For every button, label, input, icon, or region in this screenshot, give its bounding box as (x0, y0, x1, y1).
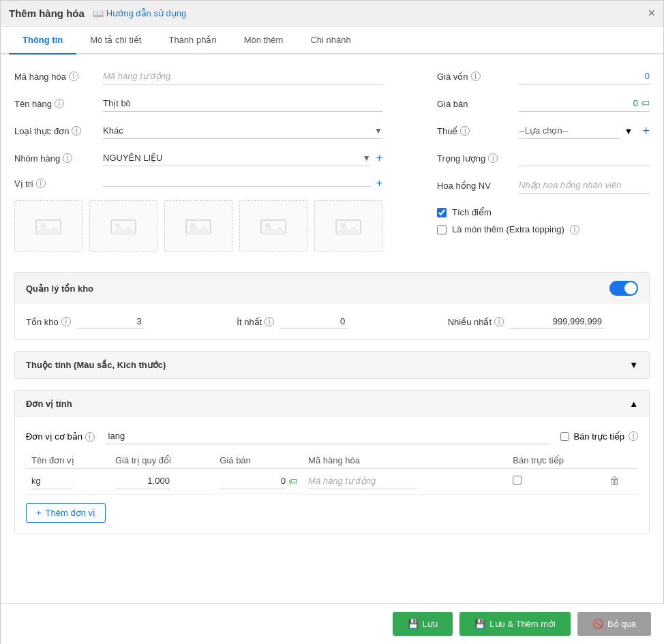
vi-tri-row: Vị trí i + (14, 177, 382, 189)
ten-hang-label: Tên hàng i (14, 99, 103, 109)
gia-ban-input[interactable] (519, 95, 638, 111)
nhom-hang-label: Nhóm hàng i (14, 153, 103, 164)
trong-luong-label: Trọng lượng i (437, 153, 519, 164)
ma-hang-hoa-cell (303, 469, 490, 495)
gia-tri-quy-doi-cell (110, 469, 214, 495)
gia-von-label: Giá vốn i (437, 72, 519, 82)
don-vi-tinh-header[interactable]: Đơn vị tính ▲ (15, 390, 649, 417)
vi-tri-select[interactable] (103, 181, 371, 187)
don-vi-tinh-section: Đơn vị tính ▲ Đơn vị cơ bản i Bán trực t… (14, 390, 650, 534)
la-mon-them-label: Là món thêm (Extra topping) (452, 224, 564, 234)
ma-hang-hoa-don-vi-input[interactable] (308, 473, 417, 489)
tab-thong-tin[interactable]: Thông tin (9, 27, 76, 55)
col-ban-truc-tiep: Bán trực tiếp (507, 453, 604, 469)
trong-luong-row: Trọng lượng i (437, 150, 650, 166)
nhom-hang-select[interactable]: NGUYÊN LIỆU ▼ (103, 150, 371, 166)
gia-ban-price-tag-icon[interactable]: 🏷 (288, 476, 297, 487)
ban-truc-tiep-co-ban-checkbox[interactable] (560, 432, 569, 441)
price-tag-icon[interactable]: 🏷 (641, 98, 650, 108)
nhieu-nhat-input[interactable] (509, 315, 605, 328)
ban-truc-tiep-row-checkbox[interactable] (513, 476, 522, 485)
ten-don-vi-input[interactable] (31, 473, 72, 489)
footer: 💾 Lưu 💾 Lưu & Thêm mới 🚫 Bỏ qua (1, 603, 664, 644)
thue-select-wrapper: --Lựa chọn-- ▼ + (519, 123, 650, 139)
quan-ly-ton-kho-body: Tồn kho i Ít nhất i Nh (15, 304, 649, 339)
loai-thuc-don-select[interactable]: Khác ▼ (103, 123, 382, 139)
la-mon-them-info-icon: i (570, 225, 579, 234)
ton-kho-input[interactable] (76, 315, 145, 328)
it-nhat-label: Ít nhất i (237, 317, 274, 327)
empty-cell (490, 469, 507, 495)
tab-mon-them[interactable]: Món thêm (230, 27, 297, 55)
col-empty (490, 453, 507, 469)
ton-kho-item: Tồn kho i (26, 315, 216, 328)
thue-select[interactable]: --Lựa chọn-- (519, 123, 620, 139)
ten-don-vi-cell (26, 469, 110, 495)
tonkho-grid: Tồn kho i Ít nhất i Nh (26, 315, 638, 328)
image-box-3[interactable] (164, 200, 232, 251)
it-nhat-input[interactable] (280, 315, 348, 328)
save-icon-luu: 💾 (408, 619, 419, 629)
vi-tri-add-button[interactable]: + (376, 177, 382, 189)
luu-them-moi-label: Lưu & Thêm mới (489, 619, 556, 629)
gia-ban-don-vi-input[interactable] (220, 473, 286, 489)
thue-chevron: ▼ (624, 126, 633, 136)
plus-icon: + (36, 508, 42, 518)
book-icon: 📖 (93, 8, 104, 18)
gia-ban-row: Giá bán 🏷 (437, 95, 650, 112)
ban-truc-tiep-co-ban-label: Bán trực tiếp (573, 431, 624, 442)
ton-kho-toggle[interactable] (609, 281, 638, 296)
luu-them-moi-button[interactable]: 💾 Lưu & Thêm mới (459, 612, 571, 636)
nhom-hang-add-button[interactable]: + (376, 152, 382, 164)
la-mon-them-row: Là món thêm (Extra topping) i (437, 224, 650, 234)
bo-qua-label: Bỏ qua (607, 619, 636, 629)
gia-von-row: Giá vốn i (437, 68, 650, 85)
image-box-1[interactable] (14, 200, 82, 251)
close-button[interactable]: × (648, 6, 655, 20)
nhieu-nhat-info-icon: i (494, 317, 504, 326)
image-box-2[interactable] (89, 200, 157, 251)
trong-luong-input[interactable] (519, 150, 650, 166)
it-nhat-item: Ít nhất i (237, 315, 427, 328)
hoa-hong-row: Hoa hồng NV (437, 177, 650, 194)
ma-hang-hoa-input[interactable] (103, 68, 382, 85)
them-don-vi-button[interactable]: + Thêm đơn vị (26, 503, 106, 523)
quan-ly-ton-kho-header[interactable]: Quản lý tồn kho (15, 273, 649, 304)
bo-qua-button[interactable]: 🚫 Bỏ qua (577, 612, 651, 636)
thuoc-tinh-chevron-down: ▼ (629, 360, 638, 370)
don-vi-table: Tên đơn vị Giá trị quy đổi Giá bán Mã hà… (26, 453, 638, 495)
gia-von-input[interactable] (519, 68, 650, 85)
help-link[interactable]: 📖 Hướng dẫn sử dụng (93, 8, 186, 18)
gia-tri-quy-doi-input[interactable] (115, 473, 170, 489)
image-box-4[interactable] (239, 200, 307, 251)
delete-cell: 🗑 (604, 469, 638, 495)
tab-mo-ta[interactable]: Mô tả chi tiết (76, 27, 155, 55)
don-vi-co-ban-input[interactable] (106, 428, 550, 444)
loai-thuc-don-chevron: ▼ (374, 126, 382, 136)
tab-chi-nhanh[interactable]: Chi nhánh (297, 27, 364, 55)
tab-thanh-phan[interactable]: Thành phần (155, 27, 230, 55)
thue-add-button[interactable]: + (642, 124, 650, 138)
thuoc-tinh-header[interactable]: Thuộc tính (Màu sắc, Kích thước) ▼ (15, 352, 649, 378)
vi-tri-label: Vị trí i (14, 179, 103, 189)
nhom-hang-row: Nhóm hàng i NGUYÊN LIỆU ▼ + (14, 150, 382, 166)
tabs: Thông tin Mô tả chi tiết Thành phần Món … (1, 27, 663, 55)
ten-hang-info-icon: i (55, 99, 64, 108)
luu-button[interactable]: 💾 Lưu (393, 612, 453, 636)
save-icon-luu-them: 💾 (474, 619, 485, 629)
tich-diem-checkbox[interactable] (437, 208, 447, 217)
delete-row-button[interactable]: 🗑 (609, 475, 620, 487)
ban-truc-tiep-co-ban: Bán trực tiếp i (560, 431, 638, 442)
gia-von-info-icon: i (471, 72, 481, 81)
la-mon-them-checkbox[interactable] (437, 225, 447, 234)
quan-ly-ton-kho-section: Quản lý tồn kho Tồn kho i (14, 272, 650, 340)
thue-info-icon: i (460, 126, 470, 136)
loai-thuc-don-label: Loại thực đơn i (14, 126, 103, 136)
loai-thuc-don-info-icon: i (72, 126, 81, 136)
image-box-5[interactable] (314, 200, 382, 251)
loai-thuc-don-row: Loại thực đơn i Khác ▼ (14, 123, 382, 139)
nhieu-nhat-label: Nhiều nhất i (448, 317, 504, 327)
ten-hang-input[interactable] (103, 95, 382, 112)
quan-ly-ton-kho-title: Quản lý tồn kho (26, 283, 93, 294)
hoa-hong-input[interactable] (519, 177, 650, 194)
